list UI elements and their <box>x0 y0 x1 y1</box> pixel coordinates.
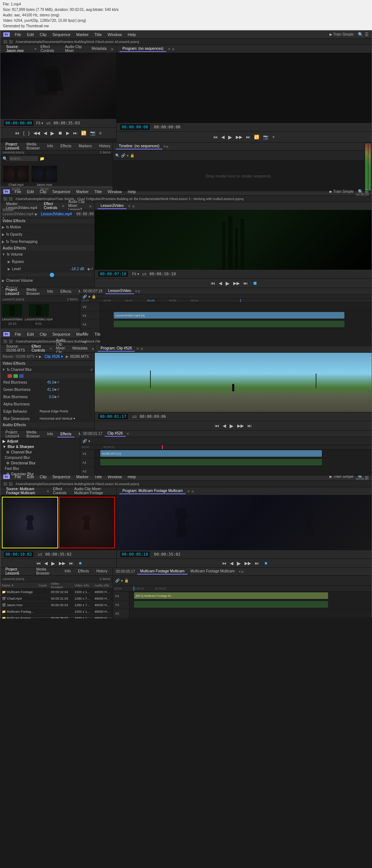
thumb-chad-1[interactable]: Chad.mp4 32:04 <box>3 166 29 191</box>
thumb-lesson3video-2[interactable]: Lesson3Video 10:10 <box>2 304 23 325</box>
info-tab-3[interactable]: Info <box>44 431 56 437</box>
menu-edit-3[interactable]: Edit <box>25 331 36 337</box>
timeline-menu-1[interactable]: ≡ <box>166 144 168 149</box>
tl-close-3[interactable]: ✕ <box>126 432 129 436</box>
effect-compound-3[interactable]: Compound Blur <box>0 455 80 460</box>
menu-help-2[interactable]: Help <box>125 189 138 195</box>
menu-file-4[interactable]: File <box>13 474 24 480</box>
media-browser-tab-2[interactable]: Media Browser <box>24 287 43 297</box>
btn-mark-out-1[interactable]: } <box>27 130 30 136</box>
menu-sequence-3[interactable]: Sequence <box>50 331 73 337</box>
thumb-lesson3mp4-2[interactable]: Lesson3Video.mp4 8:01 <box>25 304 53 325</box>
tl-menu-2[interactable]: ≡ <box>138 289 140 293</box>
blur-blue-reset-3[interactable]: ↺ <box>57 395 60 399</box>
media-browser-tab-1[interactable]: Media Browser <box>24 141 43 152</box>
ec-menu-3[interactable]: ≡ <box>92 347 94 351</box>
tab-effect-controls-2[interactable]: Effect Controls <box>41 201 60 211</box>
tab-audio-mc-4[interactable]: Audio Clip Mixer: Multicam Footage <box>71 486 113 496</box>
btn-back-1[interactable]: ◀ <box>43 130 48 136</box>
btn-camera-1[interactable]: 📷 <box>89 130 96 136</box>
folder-blur-3[interactable]: ▼ Blur & Sharpen <box>0 444 80 449</box>
prg-btn-prev-1[interactable]: ⏮ <box>213 134 218 140</box>
fit-label-1[interactable]: Fit ▾ <box>36 121 43 125</box>
prg-btn-fwd-1[interactable]: ▶▶ <box>235 134 243 140</box>
tab-meta-3[interactable]: Metadata <box>69 345 90 352</box>
blur-red-row-3[interactable]: Red Blurriness 45.0 ◆ ↺ <box>0 379 94 386</box>
prg-btn-play-2[interactable]: ▶ <box>225 280 230 287</box>
prg-btn-play-1[interactable]: ▶ <box>227 133 233 141</box>
src-btn-back-4[interactable]: ◀ <box>44 560 48 567</box>
prg-menu-4[interactable]: ≡ <box>191 489 194 493</box>
fit-label-2[interactable]: Fit ▾ <box>132 272 139 276</box>
btn-step-fwd-1[interactable]: ⏭ <box>72 130 78 136</box>
menu-sequence-2[interactable]: Sequence <box>50 189 73 195</box>
blur-dims-row-3[interactable]: Blur Dimensions Horizontal and Vertical … <box>0 415 94 422</box>
tl-close-4[interactable]: ✕ <box>238 570 241 573</box>
menu-edit-4[interactable]: Edit <box>25 474 36 480</box>
prg-btn-back-2[interactable]: ◀ <box>218 280 223 287</box>
tab-source-3[interactable]: Source: 00286.MTS <box>3 344 28 354</box>
menu-icon-1[interactable]: ☰ <box>365 32 369 37</box>
tl-clip-v1-3[interactable]: 00286.MTS [V] <box>100 450 322 457</box>
tl-close-2[interactable]: ✕ <box>135 289 138 293</box>
prg-btn-camera-1[interactable]: 📷 <box>262 134 269 140</box>
prg-btn-prev-4[interactable]: ⏮ <box>221 560 227 567</box>
markers-tab-1[interactable]: Markers <box>76 143 95 149</box>
media-browser-tab-3[interactable]: Media Browser <box>24 429 43 440</box>
effect-fast-3[interactable]: Fast Blur <box>0 466 80 471</box>
effect-level-2[interactable]: ▶ Level -18.2 dB ◆ ↺ <box>0 265 94 273</box>
src-btn-play-4[interactable]: ▶ <box>50 560 56 567</box>
tab-close-source-1[interactable]: ✕ <box>34 47 37 51</box>
effect-channel-blur-item-3[interactable]: ⚙ Channel Blur <box>0 449 80 455</box>
prg-btn-prev-3[interactable]: ⏮ <box>214 423 220 429</box>
tab-close-ec-2[interactable]: ✕ <box>62 204 65 208</box>
channel-blur-reset-3[interactable]: ↺ <box>90 368 93 372</box>
proj-tab-lesson6-4[interactable]: Project: Lesson6 <box>3 567 32 577</box>
effects-tab-3[interactable]: Effects <box>57 431 74 437</box>
prg-btn-prev-2[interactable]: ⏮ <box>210 280 216 287</box>
prg-btn-more-1[interactable]: + <box>271 134 275 140</box>
multicam-cam2-4[interactable] <box>59 497 115 548</box>
effect-channel-blur-3[interactable]: ▼ fx Channel Blur ↺ <box>0 366 94 373</box>
prg-btn-back-4[interactable]: ◀ <box>229 560 234 567</box>
btn-loop-1[interactable]: 🔁 <box>80 130 87 136</box>
menu-title-1[interactable]: Title <box>92 32 104 37</box>
effects-tab-2[interactable]: Effects <box>57 289 74 295</box>
info-tab-1[interactable]: Info <box>44 143 56 149</box>
prg-btn-play-3[interactable]: ▶ <box>229 422 234 429</box>
tl-linked-4[interactable]: 🔒 <box>124 579 129 583</box>
tab-close-prg-3[interactable]: ✕ <box>136 347 139 351</box>
panel-menu-icon-1[interactable]: ≡ <box>111 47 113 51</box>
tl-tab-mc-4[interactable]: Multicam Footage Multicam <box>137 568 187 575</box>
blur-edge-row-3[interactable]: Edge Behavior Repeat Edge Pixels <box>0 408 94 415</box>
tl-marker-icon-1[interactable]: ♦ <box>127 153 129 157</box>
src-btn-fwd-4[interactable]: ▶▶ <box>58 560 66 567</box>
tab-program-3[interactable]: Program: Clip #526 <box>98 345 135 352</box>
btn-prev-frame-1[interactable]: ◀◀ <box>33 130 41 136</box>
effects-tab-4[interactable]: Effects <box>75 568 92 575</box>
tl-snap-icon-1[interactable]: 🔗 <box>121 153 125 157</box>
tl-linked-icon-1[interactable]: 🔒 <box>130 153 134 157</box>
menu-marker-3[interactable]: Marker <box>74 331 91 337</box>
blur-red-kf-3[interactable]: ◆ <box>54 380 57 384</box>
search-icon-1[interactable]: 🔍 <box>358 32 363 37</box>
prg-btn-fwd-3[interactable]: ▶▶ <box>236 423 244 429</box>
tl-tab-2[interactable]: Lesson3Video <box>105 288 134 294</box>
prg-btn-next-3[interactable]: ⏭ <box>247 423 252 429</box>
src-btn-prev-4[interactable]: ⏮ <box>36 560 41 567</box>
prg-btn-play-4[interactable]: ▶ <box>236 560 242 567</box>
effect-volume-2[interactable]: ▼ fx Volume <box>0 251 94 258</box>
tab-effect-4[interactable]: Effect Controls <box>50 486 71 496</box>
prg-btn-back-3[interactable]: ◀ <box>222 423 227 429</box>
tl-linked-2[interactable]: 🔒 <box>92 295 96 299</box>
prg-btn-next-1[interactable]: ⏭ <box>245 134 251 140</box>
proj-tab-3[interactable]: Project: Lesson4 <box>3 429 22 440</box>
tl-clip-a1-4[interactable] <box>134 601 328 608</box>
history-tab-4[interactable]: History <box>93 568 110 575</box>
timeline-close-1[interactable]: ✕ <box>163 145 166 148</box>
timeline-tab-1[interactable]: Timeline: (no sequences) <box>116 143 162 149</box>
menu-marker-2[interactable]: Marker <box>74 189 91 195</box>
btn-next-frame-1[interactable]: ▶ <box>65 130 70 136</box>
prg-menu-2[interactable]: ≡ <box>132 204 134 208</box>
blur-blue-kf-3[interactable]: ◆ <box>54 395 57 399</box>
